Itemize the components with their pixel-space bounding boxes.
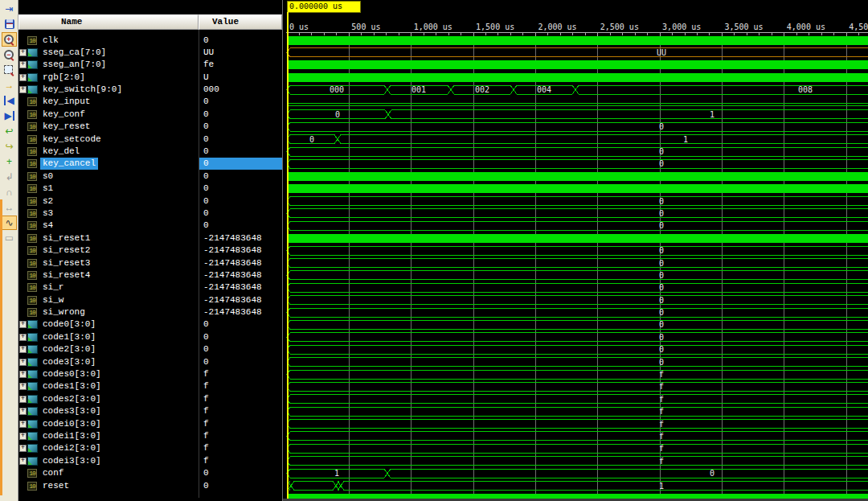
signal-row[interactable]: 10si_reset4-2147483648 xyxy=(18,269,282,281)
next-edge-icon[interactable]: ▶ xyxy=(2,109,17,123)
signal-name-label[interactable]: code3[3:0] xyxy=(40,356,98,368)
signal-row[interactable]: +codes2[3:0]f xyxy=(18,393,282,405)
signal-name-label[interactable]: codes1[3:0] xyxy=(40,380,104,392)
save-icon[interactable] xyxy=(2,17,17,31)
expander-plus-icon[interactable]: + xyxy=(19,433,27,440)
next-marker-icon[interactable]: ↪ xyxy=(2,139,17,154)
signal-row[interactable]: +codei3[3:0]f xyxy=(18,455,282,467)
signal-name-label[interactable]: code1[3:0] xyxy=(40,331,98,343)
signal-row[interactable]: +code2[3:0]0 xyxy=(18,343,282,355)
prev-marker-icon[interactable]: ↩ xyxy=(2,124,17,138)
signal-row[interactable]: +codes1[3:0]f xyxy=(18,380,282,392)
zoom-in-icon[interactable]: + xyxy=(2,32,17,47)
signal-name-label[interactable]: sseg_an[7:0] xyxy=(40,59,108,71)
expander-plus-icon[interactable]: + xyxy=(19,86,27,93)
signal-name-label[interactable]: key_switch[9:0] xyxy=(40,84,125,96)
expander-plus-icon[interactable]: + xyxy=(19,334,27,341)
expander-plus-icon[interactable]: + xyxy=(19,421,27,428)
signal-name-label[interactable]: si_reset4 xyxy=(40,269,92,281)
signal-name-label[interactable]: key_cancel xyxy=(40,158,98,170)
signal-row[interactable]: 10si_wrong-2147483648 xyxy=(18,306,282,318)
signal-name-label[interactable]: conf xyxy=(40,467,66,479)
signal-row[interactable]: +rgb[2:0]U xyxy=(18,72,282,84)
signal-name-label[interactable]: s0 xyxy=(40,170,55,183)
signal-row[interactable]: 10conf0 xyxy=(18,467,282,479)
snap-cursor-icon[interactable]: ↲ xyxy=(2,170,17,184)
signal-row[interactable]: 10si_reset2-2147483648 xyxy=(18,244,282,257)
signal-row[interactable]: 10s30 xyxy=(18,207,282,220)
signal-name-label[interactable]: key_input xyxy=(40,96,92,108)
signal-name-label[interactable]: key_setcode xyxy=(40,133,104,146)
zoom-full-icon[interactable] xyxy=(2,63,17,77)
signal-name-label[interactable]: codei2[3:0] xyxy=(40,442,104,454)
signal-name-label[interactable]: code0[3:0] xyxy=(40,318,98,331)
signal-row[interactable]: 10si_reset1-2147483648 xyxy=(18,232,282,244)
expander-plus-icon[interactable]: + xyxy=(19,359,27,366)
waveform-panel[interactable]: 0.000000 us 0 us500 us1,000 us1,500 us2,… xyxy=(283,0,868,501)
signal-name-label[interactable]: codei0[3:0] xyxy=(40,418,104,430)
expander-plus-icon[interactable]: + xyxy=(19,61,27,68)
expander-plus-icon[interactable]: + xyxy=(19,408,27,415)
dock-icon[interactable]: ⇥ xyxy=(2,2,17,16)
expander-plus-icon[interactable]: + xyxy=(19,49,27,56)
signal-row[interactable]: 10s00 xyxy=(18,170,282,183)
signal-name-label[interactable]: codes3[3:0] xyxy=(40,405,104,417)
signal-row[interactable]: 10reset0 xyxy=(18,480,282,492)
signal-name-label[interactable]: si_reset3 xyxy=(40,257,92,269)
signal-name-label[interactable]: codei1[3:0] xyxy=(40,430,104,442)
signal-row[interactable]: +code0[3:0]0 xyxy=(18,318,282,331)
signal-name-label[interactable]: codes0[3:0] xyxy=(40,368,104,380)
prev-edge-icon[interactable]: ◀ xyxy=(2,93,17,108)
signal-row[interactable]: +sseg_an[7:0]fe xyxy=(18,59,282,71)
zoom-out-icon[interactable]: − xyxy=(2,47,17,62)
signal-row[interactable]: 10key_conf0 xyxy=(18,109,282,121)
signal-row[interactable]: 10s10 xyxy=(18,183,282,195)
signal-name-label[interactable]: key_del xyxy=(40,146,82,158)
signal-name-label[interactable]: s2 xyxy=(40,195,55,207)
signal-name-label[interactable]: sseg_ca[7:0] xyxy=(40,47,108,59)
signal-row[interactable]: +codes0[3:0]f xyxy=(18,368,282,380)
expander-plus-icon[interactable]: + xyxy=(19,346,27,353)
signal-row[interactable]: +codei1[3:0]f xyxy=(18,430,282,442)
signal-row[interactable]: 10si_w-2147483648 xyxy=(18,294,282,306)
expander-plus-icon[interactable]: + xyxy=(19,458,27,465)
signal-name-label[interactable]: s3 xyxy=(40,207,55,220)
signal-name-label[interactable]: si_r xyxy=(40,281,66,294)
signal-name-label[interactable]: codes2[3:0] xyxy=(40,393,104,405)
signal-row[interactable]: 10key_del0 xyxy=(18,146,282,158)
signal-name-label[interactable]: si_reset2 xyxy=(40,244,92,257)
signal-name-label[interactable]: si_wrong xyxy=(40,306,88,318)
signal-row[interactable]: 10s20 xyxy=(18,195,282,207)
signal-row[interactable]: +key_switch[9:0]000 xyxy=(18,84,282,96)
signal-row[interactable]: +code3[3:0]0 xyxy=(18,356,282,368)
signal-name-label[interactable]: si_reset1 xyxy=(40,232,92,244)
expander-plus-icon[interactable]: + xyxy=(19,445,27,452)
blank-icon[interactable]: ▭ xyxy=(2,231,17,245)
signal-row[interactable]: +codei0[3:0]f xyxy=(18,418,282,430)
signal-name-label[interactable]: key_reset xyxy=(40,121,92,133)
measure-icon[interactable]: ↔ xyxy=(2,200,17,215)
pulse-edge-icon[interactable]: ∩ xyxy=(2,185,17,199)
expander-plus-icon[interactable]: + xyxy=(19,74,27,81)
signal-name-label[interactable]: key_conf xyxy=(40,109,88,121)
add-marker-icon[interactable]: + xyxy=(2,154,17,169)
expander-plus-icon[interactable]: + xyxy=(19,371,27,378)
waveform-canvas[interactable]: 0 us500 us1,000 us1,500 us2,000 us2,500 … xyxy=(283,0,868,501)
signal-row[interactable]: +sseg_ca[7:0]UU xyxy=(18,47,282,59)
signal-row[interactable]: 10clk0 xyxy=(18,35,282,47)
signal-row[interactable]: +codei2[3:0]f xyxy=(18,442,282,454)
signal-row[interactable]: 10si_r-2147483648 xyxy=(18,281,282,294)
signal-name-label[interactable]: code2[3:0] xyxy=(40,343,98,355)
signal-name-label[interactable]: clk xyxy=(40,35,61,47)
signal-row[interactable]: 10key_cancel0 xyxy=(18,158,282,170)
signal-row[interactable]: 10key_reset0 xyxy=(18,121,282,133)
signal-name-label[interactable]: si_w xyxy=(40,294,66,306)
signal-name-label[interactable]: s1 xyxy=(40,183,55,195)
signal-name-label[interactable]: codei3[3:0] xyxy=(40,455,104,467)
signal-name-label[interactable]: s4 xyxy=(40,220,55,232)
signal-row[interactable]: 10s40 xyxy=(18,220,282,232)
expander-plus-icon[interactable]: + xyxy=(19,321,27,328)
wave-window-icon[interactable]: ∿ xyxy=(2,216,17,230)
signal-name-label[interactable]: reset xyxy=(40,480,72,492)
signal-name-label[interactable]: rgb[2:0] xyxy=(40,72,88,84)
